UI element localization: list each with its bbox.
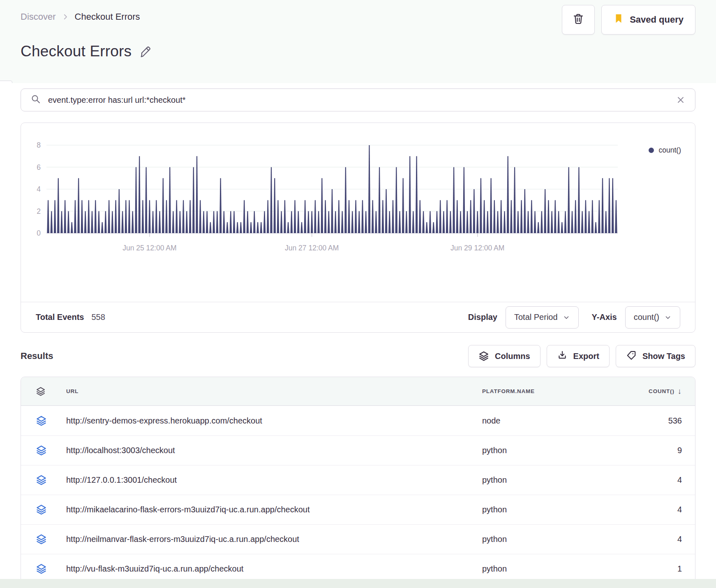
stack-icon <box>478 351 489 361</box>
chevron-down-icon <box>563 314 570 321</box>
table-body: http://sentry-demos-express.herokuapp.co… <box>21 406 695 583</box>
tag-icon <box>626 350 637 363</box>
column-header-url[interactable]: URL <box>66 388 466 394</box>
row-stack-cell[interactable] <box>21 563 66 574</box>
row-platform[interactable]: python <box>466 564 601 574</box>
svg-text:2: 2 <box>37 207 41 215</box>
export-label: Export <box>573 352 599 361</box>
display-label: Display <box>468 313 497 322</box>
svg-text:6: 6 <box>37 163 41 171</box>
yaxis-label: Y-Axis <box>592 313 617 322</box>
chevron-down-icon <box>664 314 672 321</box>
stack-icon <box>36 475 47 486</box>
results-heading: Results <box>21 351 53 361</box>
columns-button[interactable]: Columns <box>468 345 540 367</box>
delete-query-button[interactable] <box>562 5 595 35</box>
display-select[interactable]: Total Period <box>506 306 579 329</box>
stack-icon <box>36 563 47 574</box>
row-platform[interactable]: python <box>466 446 601 455</box>
row-count: 536 <box>601 416 695 426</box>
header-actions: Saved query <box>562 5 695 35</box>
svg-text:Jun 25 12:00 AM: Jun 25 12:00 AM <box>122 244 176 252</box>
svg-text:Jun 27 12:00 AM: Jun 27 12:00 AM <box>285 244 339 252</box>
chart-body: count() 02468Jun 25 12:00 AMJun 27 12:00… <box>21 137 695 302</box>
events-chart[interactable]: 02468Jun 25 12:00 AMJun 27 12:00 AMJun 2… <box>21 137 695 260</box>
row-url[interactable]: http://neilmanvar-flask-errors-m3uuizd7i… <box>66 535 466 544</box>
svg-text:8: 8 <box>37 141 41 149</box>
svg-text:4: 4 <box>37 185 41 193</box>
page-bottom-strip <box>0 579 716 588</box>
row-url[interactable]: http://127.0.0.1:3001/checkout <box>66 475 466 485</box>
table-row[interactable]: http://mikaelacarino-flask-errors-m3uuiz… <box>21 495 695 524</box>
events-chart-panel: count() 02468Jun 25 12:00 AMJun 27 12:00… <box>21 123 695 333</box>
breadcrumb-discover-link[interactable]: Discover <box>21 12 56 22</box>
total-events-value: 558 <box>91 313 105 322</box>
yaxis-select[interactable]: count() <box>625 306 680 329</box>
main-content: count() 02468Jun 25 12:00 AMJun 27 12:00… <box>0 83 716 584</box>
legend-count[interactable]: count() <box>649 146 681 155</box>
page-header: Discover Checkout Errors <box>0 0 716 83</box>
stack-icon <box>36 445 47 456</box>
row-url[interactable]: http://sentry-demos-express.herokuapp.co… <box>66 416 466 426</box>
row-stack-cell[interactable] <box>21 504 66 515</box>
edit-pencil-icon[interactable] <box>139 45 152 58</box>
table-row[interactable]: http://sentry-demos-express.herokuapp.co… <box>21 406 695 435</box>
breadcrumb: Discover Checkout Errors <box>21 12 140 22</box>
row-count: 1 <box>601 564 695 574</box>
stack-icon <box>36 415 47 426</box>
results-bar: Results Columns Export <box>21 345 695 367</box>
show-tags-label: Show Tags <box>642 352 685 361</box>
table-row[interactable]: http://localhost:3003/checkout python 9 <box>21 435 695 465</box>
page-title: Checkout Errors <box>21 43 132 60</box>
search-input[interactable] <box>48 95 669 105</box>
legend-dot-icon <box>649 148 654 153</box>
yaxis-value: count() <box>634 313 659 322</box>
row-url[interactable]: http://localhost:3003/checkout <box>66 446 466 455</box>
row-platform[interactable]: python <box>466 475 601 485</box>
row-platform[interactable]: node <box>466 416 601 426</box>
row-count: 4 <box>601 505 695 514</box>
results-table: URL PLATFORM.NAME COUNT() ↓ http://sentr… <box>21 377 695 584</box>
trash-icon <box>572 12 584 27</box>
columns-label: Columns <box>495 352 530 361</box>
column-header-platform[interactable]: PLATFORM.NAME <box>466 388 601 394</box>
discover-saved-query-page: Discover Checkout Errors <box>0 0 716 588</box>
table-row[interactable]: http://127.0.0.1:3001/checkout python 4 <box>21 465 695 495</box>
bookmark-icon <box>613 13 624 26</box>
total-events-label: Total Events <box>36 313 84 322</box>
show-tags-button[interactable]: Show Tags <box>616 345 695 367</box>
title-row: Checkout Errors <box>21 43 152 60</box>
row-count: 4 <box>601 535 695 544</box>
chart-footer: Total Events 558 Display Total Period Y-… <box>21 302 695 332</box>
stack-icon <box>36 504 47 515</box>
total-events: Total Events 558 <box>36 313 105 322</box>
saved-query-label: Saved query <box>630 14 684 25</box>
stack-icon <box>36 534 47 545</box>
row-url[interactable]: http://mikaelacarino-flask-errors-m3uuiz… <box>66 505 466 514</box>
row-stack-cell[interactable] <box>21 445 66 456</box>
row-stack-cell[interactable] <box>21 534 66 545</box>
search-icon <box>31 94 41 106</box>
count-header-label: COUNT() <box>649 388 674 394</box>
column-header-count[interactable]: COUNT() ↓ <box>601 387 695 396</box>
row-url[interactable]: http://vu-flask-m3uuizd7iq-uc.a.run.app/… <box>66 564 466 574</box>
sort-desc-icon: ↓ <box>678 387 682 396</box>
svg-text:0: 0 <box>37 229 41 237</box>
breadcrumb-current: Checkout Errors <box>75 12 140 22</box>
row-platform[interactable]: python <box>466 535 601 544</box>
row-stack-cell[interactable] <box>21 415 66 426</box>
display-value: Total Period <box>514 313 558 322</box>
row-count: 4 <box>601 475 695 485</box>
row-platform[interactable]: python <box>466 505 601 514</box>
results-actions: Columns Export <box>468 345 695 367</box>
table-row[interactable]: http://neilmanvar-flask-errors-m3uuizd7i… <box>21 524 695 554</box>
export-button[interactable]: Export <box>547 345 610 367</box>
saved-query-button[interactable]: Saved query <box>601 5 695 35</box>
svg-text:Jun 29 12:00 AM: Jun 29 12:00 AM <box>450 244 504 252</box>
chart-controls: Display Total Period Y-Axis count() <box>468 306 680 329</box>
legend-label: count() <box>659 146 681 155</box>
row-stack-cell[interactable] <box>21 475 66 486</box>
download-icon <box>557 350 568 363</box>
close-icon[interactable] <box>676 95 685 104</box>
header-stack-icon-cell[interactable] <box>21 387 66 396</box>
